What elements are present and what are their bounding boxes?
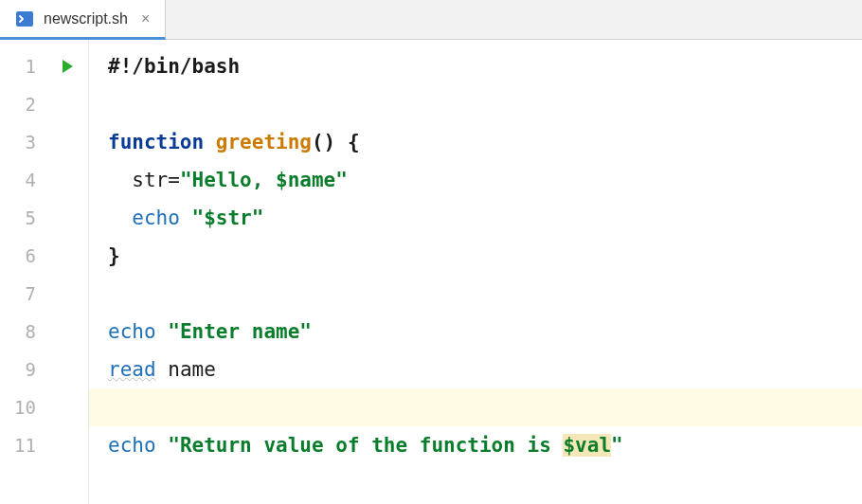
line-number[interactable]: 10 [0,388,45,426]
line-number-gutter: 1 2 3 4 5 6 7 8 9 10 11 [0,40,45,504]
run-gutter [45,40,89,504]
line-number[interactable]: 3 [0,123,45,161]
line-number[interactable]: 1 [0,47,45,85]
line-number[interactable]: 6 [0,237,45,275]
code-line: read name [108,351,862,388]
code-editor: 1 2 3 4 5 6 7 8 9 10 11 #!/bin/bash [0,40,862,504]
code-line-current [89,388,862,426]
code-line [108,275,862,313]
close-icon[interactable]: × [137,10,153,27]
tab-newscript[interactable]: newscript.sh × [0,0,166,40]
run-icon[interactable] [59,58,76,75]
code-line: } [108,237,862,275]
code-line: echo "Return value of the function is $v… [108,426,862,464]
code-line: echo "Enter name" [108,313,862,351]
tab-bar: newscript.sh × [0,0,862,40]
code-line: #!/bin/bash [108,47,862,85]
line-number[interactable]: 2 [0,85,45,123]
line-number[interactable]: 4 [0,161,45,199]
code-line: function greeting() { [108,123,862,161]
code-line [108,85,862,123]
svg-rect-0 [16,11,33,27]
terminal-file-icon [15,9,34,28]
line-number[interactable]: 5 [0,199,45,237]
code-area[interactable]: #!/bin/bash function greeting() { str="H… [89,40,862,504]
line-number[interactable]: 9 [0,351,45,388]
tab-label: newscript.sh [44,10,128,27]
line-number[interactable]: 8 [0,313,45,351]
svg-marker-1 [63,60,73,73]
line-number[interactable]: 7 [0,275,45,313]
line-number[interactable]: 11 [0,426,45,464]
code-line: echo "$str" [108,199,862,237]
code-line: str="Hello, $name" [108,161,862,199]
